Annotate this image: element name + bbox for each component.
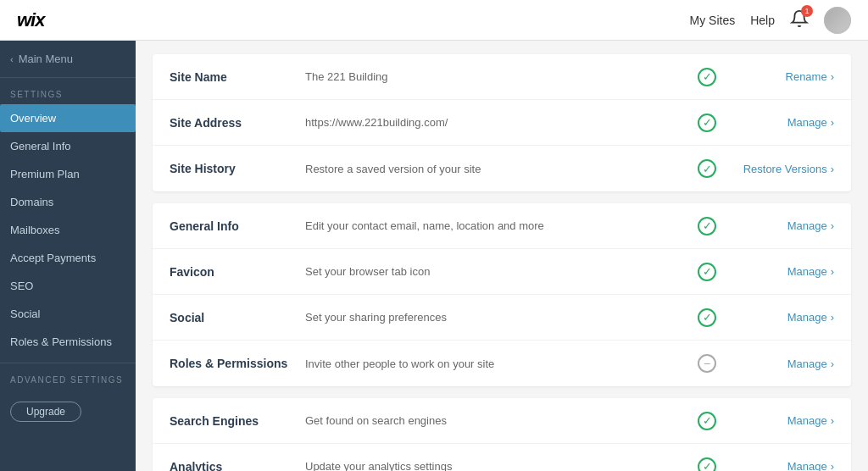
topnav-right: My Sites Help 1 xyxy=(690,7,851,34)
main-layout: ‹ Main Menu SETTINGS Overview General In… xyxy=(0,41,868,471)
site-card: Site Name The 221 Building ✓ Rename › Si… xyxy=(153,54,851,191)
sidebar-item-mailboxes[interactable]: Mailboxes xyxy=(0,216,136,244)
general-info-check: ✓ xyxy=(690,217,724,236)
chevron-left-icon: ‹ xyxy=(10,54,14,64)
site-history-label: Site History xyxy=(170,162,305,175)
advanced-card: Search Engines Get found on search engin… xyxy=(153,398,851,471)
site-name-label: Site Name xyxy=(170,70,305,84)
favicon-check: ✓ xyxy=(690,263,724,281)
sidebar: ‹ Main Menu SETTINGS Overview General In… xyxy=(0,41,136,471)
check-icon: ✓ xyxy=(698,457,716,472)
advanced-settings-label: ADVANCED SETTINGS xyxy=(0,363,136,390)
search-engines-row: Search Engines Get found on search engin… xyxy=(153,398,851,444)
sidebar-item-premium-plan[interactable]: Premium Plan xyxy=(0,160,136,188)
search-engines-label: Search Engines xyxy=(170,414,305,428)
manage-link[interactable]: Manage xyxy=(787,414,827,427)
chevron-right-icon: › xyxy=(831,265,834,278)
check-icon: ✓ xyxy=(698,114,716,132)
sidebar-item-domains[interactable]: Domains xyxy=(0,188,136,216)
favicon-row: Favicon Set your browser tab icon ✓ Mana… xyxy=(153,249,851,295)
social-check: ✓ xyxy=(690,308,724,327)
check-icon: ✓ xyxy=(698,412,716,430)
site-history-desc: Restore a saved version of your site xyxy=(305,163,690,175)
topnav-left: wix xyxy=(17,9,44,31)
site-name-desc: The 221 Building xyxy=(305,70,690,83)
wix-logo[interactable]: wix xyxy=(17,9,44,31)
sidebar-item-roles-permissions[interactable]: Roles & Permissions xyxy=(0,328,136,356)
chevron-right-icon: › xyxy=(831,163,834,175)
social-label: Social xyxy=(170,311,305,324)
social-action: Manage › xyxy=(724,311,834,324)
analytics-action: Manage › xyxy=(724,460,834,471)
manage-link[interactable]: Manage xyxy=(787,219,827,232)
notification-badge: 1 xyxy=(801,5,813,17)
minus-icon: − xyxy=(698,354,716,373)
main-menu-label: Main Menu xyxy=(19,53,73,65)
site-address-row: Site Address https://www.221building.com… xyxy=(153,100,851,146)
sidebar-item-social[interactable]: Social xyxy=(0,300,136,328)
site-name-action: Rename › xyxy=(724,70,834,83)
analytics-label: Analytics xyxy=(170,460,305,472)
site-history-row: Site History Restore a saved version of … xyxy=(153,146,851,191)
chevron-right-icon: › xyxy=(831,70,834,83)
chevron-right-icon: › xyxy=(831,116,834,129)
general-card: General Info Edit your contact email, na… xyxy=(153,203,851,386)
favicon-action: Manage › xyxy=(724,265,834,278)
check-icon: ✓ xyxy=(698,263,716,281)
help-link[interactable]: Help xyxy=(750,14,775,27)
settings-section-label: SETTINGS xyxy=(0,78,136,104)
manage-link[interactable]: Manage xyxy=(787,116,827,129)
chevron-right-icon: › xyxy=(831,414,834,427)
site-name-row: Site Name The 221 Building ✓ Rename › xyxy=(153,54,851,100)
search-engines-action: Manage › xyxy=(724,414,834,427)
sidebar-item-general-info[interactable]: General Info xyxy=(0,132,136,160)
site-address-label: Site Address xyxy=(170,116,305,130)
roles-permissions-check: − xyxy=(690,354,724,373)
search-engines-desc: Get found on search engines xyxy=(305,414,690,427)
check-icon: ✓ xyxy=(698,308,716,327)
social-row: Social Set your sharing preferences ✓ Ma… xyxy=(153,295,851,341)
site-history-action: Restore Versions › xyxy=(724,163,834,175)
favicon-desc: Set your browser tab icon xyxy=(305,265,690,278)
sidebar-main-menu[interactable]: ‹ Main Menu xyxy=(0,41,136,78)
roles-permissions-action: Manage › xyxy=(724,357,834,370)
roles-permissions-desc: Invite other people to work on your site xyxy=(305,357,690,370)
chevron-right-icon: › xyxy=(831,311,834,324)
site-address-check: ✓ xyxy=(690,114,724,132)
top-navigation: wix My Sites Help 1 xyxy=(0,0,868,41)
site-address-desc: https://www.221building.com/ xyxy=(305,116,690,129)
user-avatar[interactable] xyxy=(824,7,851,34)
social-desc: Set your sharing preferences xyxy=(305,311,690,324)
chevron-right-icon: › xyxy=(831,357,834,370)
sidebar-item-accept-payments[interactable]: Accept Payments xyxy=(0,244,136,272)
site-name-check: ✓ xyxy=(690,68,724,86)
upgrade-section: Upgrade xyxy=(0,393,136,430)
analytics-desc: Update your analytics settings xyxy=(305,460,690,471)
check-icon: ✓ xyxy=(698,217,716,236)
general-info-desc: Edit your contact email, name, location … xyxy=(305,219,690,232)
site-history-check: ✓ xyxy=(690,159,724,178)
search-engines-check: ✓ xyxy=(690,412,724,430)
manage-link[interactable]: Manage xyxy=(787,357,827,370)
chevron-right-icon: › xyxy=(831,219,834,232)
manage-link[interactable]: Manage xyxy=(787,460,827,471)
analytics-check: ✓ xyxy=(690,457,724,472)
upgrade-button[interactable]: Upgrade xyxy=(10,402,81,422)
manage-link[interactable]: Manage xyxy=(787,311,827,324)
my-sites-link[interactable]: My Sites xyxy=(690,14,736,27)
roles-permissions-label: Roles & Permissions xyxy=(170,357,305,370)
check-icon: ✓ xyxy=(698,159,716,178)
general-info-label: General Info xyxy=(170,219,305,233)
sidebar-item-seo[interactable]: SEO xyxy=(0,272,136,300)
favicon-label: Favicon xyxy=(170,265,305,279)
sidebar-item-overview[interactable]: Overview xyxy=(0,104,136,132)
general-info-row: General Info Edit your contact email, na… xyxy=(153,203,851,249)
manage-link[interactable]: Manage xyxy=(787,265,827,278)
rename-link[interactable]: Rename xyxy=(786,70,827,83)
analytics-row: Analytics Update your analytics settings… xyxy=(153,444,851,471)
notifications-bell[interactable]: 1 xyxy=(790,9,809,31)
restore-versions-link[interactable]: Restore Versions xyxy=(743,163,827,175)
check-icon: ✓ xyxy=(698,68,716,86)
chevron-right-icon: › xyxy=(831,460,834,471)
general-info-action: Manage › xyxy=(724,219,834,232)
